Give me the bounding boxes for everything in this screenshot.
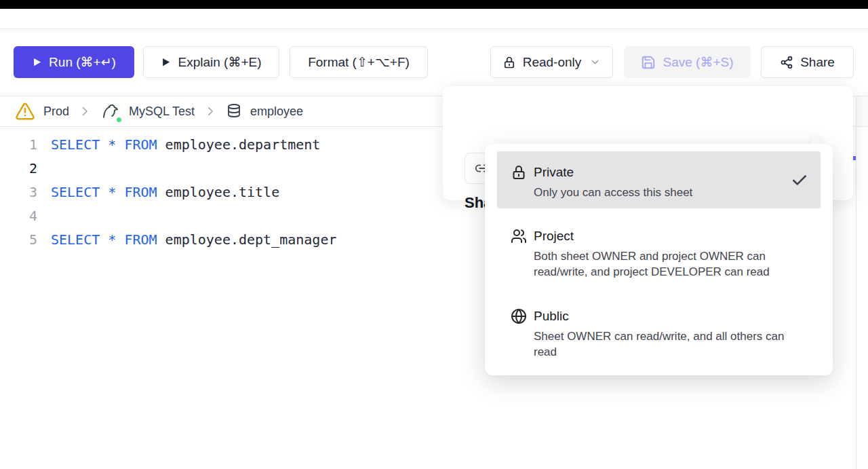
line-number: 3 [0,184,37,200]
menu-item-desc: Both sheet OWNER and project OWNER can r… [534,248,807,280]
play-icon [161,57,171,67]
lock-icon [511,164,527,181]
breadcrumb-database[interactable]: employee [226,103,303,119]
readonly-mode-dropdown[interactable]: Read-only [490,46,613,78]
header-divider [0,29,868,29]
window-top-bar [0,0,868,9]
menu-item-title: Private [534,164,692,181]
run-button[interactable]: Run (⌘+↵) [14,46,134,78]
share-button-label: Share [800,55,835,70]
menu-item-title: Public [534,307,807,325]
right-panel-edge-top [856,96,868,127]
warning-triangle-icon [15,101,35,121]
run-button-label: Run (⌘+↵) [49,54,116,70]
share-button[interactable]: Share [761,46,854,78]
sql-editor[interactable]: 1SELECT * FROM employee.department23SELE… [0,132,448,251]
environment-label: Prod [43,105,69,119]
chevron-right-icon [204,105,216,117]
chevron-right-icon [79,105,91,117]
readonly-label: Read-only [523,55,582,70]
save-button-label: Save (⌘+S) [663,54,733,70]
format-button-label: Format (⇧+⌥+F) [308,54,410,70]
instance-label: MySQL Test [129,105,195,119]
line-number: 5 [0,231,37,248]
code-line[interactable]: 4 [0,204,448,227]
right-panel-edge [856,127,868,469]
share-nodes-icon [780,56,793,69]
line-number: 4 [0,208,37,224]
code-text: SELECT * FROM employee.title [51,184,279,200]
breadcrumb-instance[interactable]: MySQL Test [100,101,195,121]
menu-item-public[interactable]: Public Sheet OWNER can read/write, and a… [497,302,821,375]
link-access-menu: Private Only you can access this sheet P… [485,144,833,375]
breadcrumb-environment[interactable]: Prod [15,101,69,121]
explain-button[interactable]: Explain (⌘+E) [143,46,279,78]
line-number: 2 [0,160,37,176]
format-button[interactable]: Format (⇧+⌥+F) [290,46,428,78]
code-line[interactable]: 2 [0,156,448,180]
code-line[interactable]: 3SELECT * FROM employee.title [0,180,448,204]
menu-item-desc: Sheet OWNER can read/write, and all othe… [534,329,807,360]
code-text: SELECT * FROM employee.dept_manager [51,231,336,248]
globe-icon [511,308,527,324]
code-line[interactable]: 5SELECT * FROM employee.dept_manager [0,227,448,251]
database-label: employee [250,105,303,119]
menu-item-title: Project [534,227,807,245]
chevron-down-icon [589,56,601,68]
menu-item-private[interactable]: Private Only you can access this sheet [497,151,821,208]
explain-button-label: Explain (⌘+E) [178,54,261,70]
instance-status-dot [115,116,123,124]
lock-icon [502,56,516,69]
save-icon [641,55,656,70]
code-line[interactable]: 1SELECT * FROM employee.department [0,132,448,156]
save-button[interactable]: Save (⌘+S) [624,46,751,78]
menu-item-desc: Only you can access this sheet [534,185,692,200]
play-icon [32,57,42,67]
code-text: SELECT * FROM employee.department [51,136,320,153]
database-icon [226,103,242,119]
check-icon [791,172,808,189]
line-number: 1 [0,136,37,153]
users-icon [511,228,527,244]
menu-item-project[interactable]: Project Both sheet OWNER and project OWN… [497,222,821,295]
